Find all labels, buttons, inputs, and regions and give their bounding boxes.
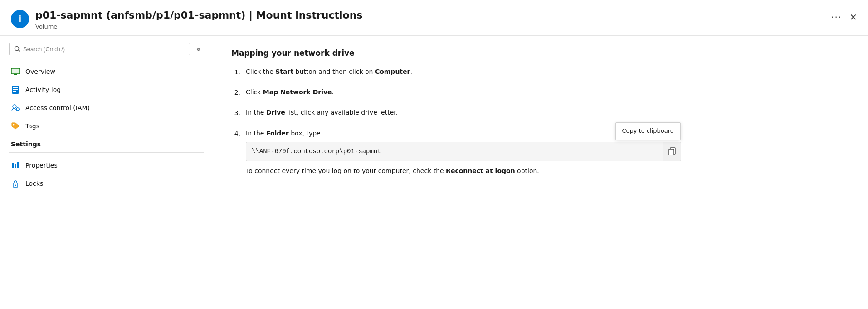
locks-label: Locks — [25, 180, 43, 187]
search-box[interactable] — [9, 43, 190, 55]
more-options-button[interactable]: ··· — [831, 12, 842, 23]
copy-icon — [668, 147, 676, 155]
sidebar-item-iam[interactable]: Access control (IAM) — [0, 99, 213, 117]
svg-rect-16 — [12, 163, 14, 168]
properties-icon — [11, 161, 20, 169]
svg-point-15 — [13, 124, 15, 125]
header-text-block: p01-sapmnt (anfsmb/p1/p01-sapmnt) | Moun… — [35, 9, 362, 30]
instruction-step-3: 3. In the Drive list, click any availabl… — [231, 107, 850, 118]
overview-label: Overview — [25, 68, 55, 75]
svg-rect-8 — [13, 91, 16, 92]
svg-rect-3 — [14, 74, 17, 75]
instruction-step-2: 2. Click Map Network Drive. — [231, 87, 850, 97]
settings-section-header: Settings — [0, 135, 213, 150]
header-actions: ··· ✕ — [831, 9, 857, 23]
search-input[interactable] — [23, 46, 185, 53]
folder-path-container: \\ANF-670f.contoso.corp\p01-sapmnt Copy … — [246, 142, 681, 161]
svg-rect-7 — [13, 89, 18, 90]
collapse-sidebar-button[interactable]: « — [194, 43, 204, 55]
copy-tooltip: Copy to clipboard — [615, 122, 681, 140]
iam-icon — [11, 104, 20, 112]
locks-icon — [12, 179, 19, 188]
properties-label: Properties — [25, 162, 58, 169]
instruction-step-4: 4. In the Folder box, type \\ANF-670f.co… — [231, 128, 850, 176]
close-button[interactable]: ✕ — [849, 13, 857, 22]
step-1-text: Click the Start button and then click on… — [246, 67, 850, 77]
svg-rect-18 — [17, 162, 19, 168]
step-3-num: 3. — [231, 108, 240, 118]
step-1-num: 1. — [231, 67, 240, 77]
svg-line-1 — [19, 50, 20, 52]
tags-label: Tags — [25, 122, 39, 130]
svg-rect-4 — [13, 75, 18, 75]
overview-icon — [11, 68, 20, 75]
sidebar-item-locks[interactable]: Locks — [0, 174, 213, 193]
copy-to-clipboard-button[interactable] — [663, 142, 681, 160]
step-4-text: In the Folder box, type \\ANF-670f.conto… — [246, 128, 850, 176]
sidebar-item-activity-log[interactable]: Activity log — [0, 81, 213, 99]
sidebar: « Overview Activity — [0, 36, 213, 309]
main-content: Mapping your network drive 1. Click the … — [213, 36, 868, 309]
iam-label: Access control (IAM) — [25, 104, 90, 111]
step-4-num: 4. — [231, 129, 240, 139]
step-3-text: In the Drive list, click any available d… — [246, 107, 850, 117]
instructions-title: Mapping your network drive — [231, 48, 850, 58]
sidebar-item-properties[interactable]: Properties — [0, 156, 213, 174]
activity-log-icon — [12, 85, 19, 94]
sidebar-item-tags[interactable]: Tags — [0, 117, 213, 135]
folder-path-value: \\ANF-670f.contoso.corp\p01-sapmnt — [246, 142, 663, 160]
search-icon — [14, 46, 20, 52]
step-2-text: Click Map Network Drive. — [246, 87, 850, 97]
svg-rect-17 — [15, 164, 16, 168]
page-title: p01-sapmnt (anfsmb/p1/p01-sapmnt) | Moun… — [35, 9, 362, 22]
body: « Overview Activity — [0, 36, 868, 309]
tags-icon — [11, 122, 20, 130]
svg-rect-2 — [11, 68, 20, 74]
svg-point-9 — [13, 105, 16, 108]
step-2-num: 2. — [231, 87, 240, 97]
svg-point-20 — [15, 184, 16, 186]
search-area: « — [0, 43, 213, 63]
reconnect-note: To connect every time you log on to your… — [246, 166, 654, 176]
settings-divider — [9, 152, 204, 153]
instruction-step-1: 1. Click the Start button and then click… — [231, 67, 850, 77]
page-subtitle: Volume — [35, 23, 362, 30]
svg-rect-6 — [13, 87, 18, 88]
resource-icon: i — [11, 10, 29, 28]
svg-point-10 — [16, 108, 19, 111]
activity-log-label: Activity log — [25, 86, 61, 93]
sidebar-item-overview[interactable]: Overview — [0, 63, 213, 81]
page-header: i p01-sapmnt (anfsmb/p1/p01-sapmnt) | Mo… — [0, 0, 868, 36]
svg-rect-22 — [669, 149, 674, 155]
instructions-list: 1. Click the Start button and then click… — [231, 67, 850, 176]
